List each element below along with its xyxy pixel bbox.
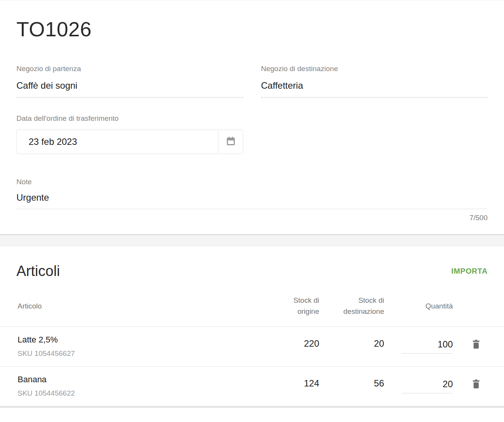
- source-stock-value: 220: [254, 338, 319, 354]
- transfer-order-page: TO1026 Negozio di partenza Caffè dei sog…: [0, 0, 504, 422]
- quantity-input[interactable]: [401, 339, 453, 354]
- column-header-quantity: Quantità: [384, 300, 453, 312]
- source-stock-value: 124: [254, 378, 319, 394]
- items-card: Articoli IMPORTA Articolo Stock di origi…: [0, 246, 504, 422]
- trash-icon: [471, 388, 481, 394]
- note-field: Note Urgente 7/500: [16, 178, 488, 234]
- source-store-field[interactable]: Negozio di partenza Caffè dei sogni: [16, 65, 243, 98]
- delete-item-button[interactable]: [470, 337, 483, 356]
- calendar-button[interactable]: [218, 130, 243, 154]
- store-fields-row: Negozio di partenza Caffè dei sogni Nego…: [16, 65, 488, 98]
- quantity-cell: [384, 379, 453, 393]
- section-divider: [0, 234, 504, 246]
- order-details-card: TO1026 Negozio di partenza Caffè dei sog…: [0, 0, 504, 234]
- article-cell: Banana SKU 1054456622: [18, 375, 254, 398]
- quantity-input[interactable]: [401, 379, 453, 393]
- delete-item-button[interactable]: [470, 377, 483, 396]
- transfer-date-field: Data dell'ordine di trasferimento: [16, 114, 243, 154]
- destination-store-label: Negozio di destinazione: [261, 65, 488, 73]
- transfer-date-label: Data dell'ordine di trasferimento: [16, 114, 243, 123]
- note-label: Note: [16, 178, 488, 186]
- note-char-counter: 7/500: [16, 214, 488, 234]
- items-header: Articoli IMPORTA: [0, 246, 504, 279]
- item-name: Latte 2,5%: [18, 335, 254, 345]
- table-header-row: Articolo Stock di origine Stock di desti…: [0, 285, 504, 327]
- destination-store-field[interactable]: Negozio di destinazione Caffetteria: [261, 65, 488, 98]
- trash-icon: [471, 349, 481, 354]
- source-store-label: Negozio di partenza: [16, 65, 243, 73]
- table-row: Banana SKU 1054456622 124 56: [0, 367, 504, 406]
- column-header-destination-stock: Stock di destinazione: [319, 295, 384, 317]
- source-store-value[interactable]: Caffè dei sogni: [16, 80, 243, 98]
- import-button[interactable]: IMPORTA: [451, 267, 488, 276]
- bottom-edge-divider: [0, 406, 504, 408]
- actions-cell: [453, 377, 487, 396]
- items-section-title: Articoli: [16, 263, 60, 279]
- actions-cell: [453, 337, 487, 356]
- column-header-source-stock: Stock di origine: [254, 295, 319, 317]
- destination-stock-value: 56: [319, 378, 384, 394]
- item-sku: SKU 1054456622: [18, 389, 254, 398]
- item-name: Banana: [18, 375, 254, 385]
- article-cell: Latte 2,5% SKU 1054456627: [18, 335, 254, 358]
- transfer-date-input[interactable]: [17, 130, 218, 154]
- items-table: Articolo Stock di origine Stock di desti…: [0, 285, 504, 406]
- column-header-article: Articolo: [18, 300, 254, 312]
- transfer-date-box: [16, 130, 243, 154]
- destination-stock-value: 20: [319, 338, 384, 354]
- table-row: Latte 2,5% SKU 1054456627 220 20: [0, 327, 504, 367]
- calendar-icon: [225, 135, 237, 148]
- item-sku: SKU 1054456627: [18, 349, 254, 358]
- quantity-cell: [384, 339, 453, 354]
- note-input[interactable]: Urgente: [16, 192, 488, 209]
- page-title: TO1026: [16, 17, 488, 41]
- destination-store-value[interactable]: Caffetteria: [261, 80, 488, 98]
